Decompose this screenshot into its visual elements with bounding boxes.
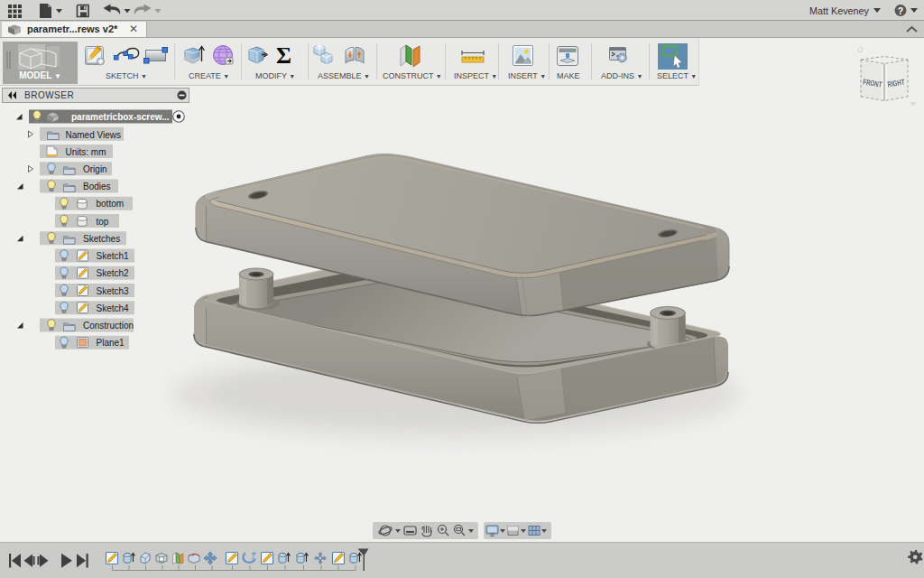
svg-text:Sketch2: Sketch2 bbox=[97, 268, 130, 278]
svg-text:Sketch3: Sketch3 bbox=[97, 286, 130, 296]
svg-text:Named Views: Named Views bbox=[66, 130, 122, 140]
svg-text:top: top bbox=[97, 217, 109, 227]
svg-text:Bodies: Bodies bbox=[83, 182, 111, 191]
svg-text:Origin: Origin bbox=[83, 164, 107, 174]
svg-text:bottom: bottom bbox=[97, 199, 125, 209]
svg-text:Sketch1: Sketch1 bbox=[97, 251, 130, 261]
svg-text:Plane1: Plane1 bbox=[97, 338, 125, 348]
svg-text:Matt Keveney: Matt Keveney bbox=[809, 5, 870, 16]
svg-text:Σ: Σ bbox=[276, 43, 291, 69]
svg-text:Sketches: Sketches bbox=[83, 234, 120, 244]
svg-text:Units: mm: Units: mm bbox=[66, 147, 106, 157]
svg-text:Construction: Construction bbox=[83, 321, 134, 331]
svg-text:?: ? bbox=[898, 5, 903, 16]
svg-text:parametricbox-screw...: parametricbox-screw... bbox=[71, 112, 170, 122]
svg-text:Sketch4: Sketch4 bbox=[97, 303, 130, 313]
